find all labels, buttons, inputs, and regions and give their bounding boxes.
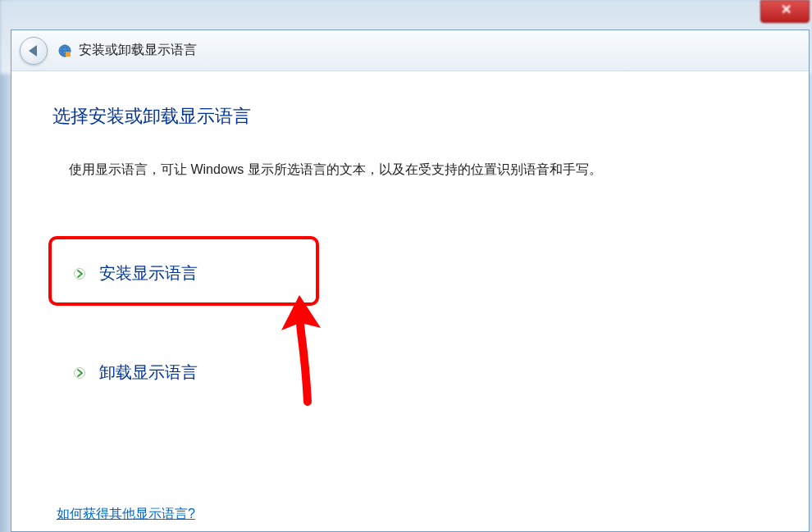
back-arrow-icon — [29, 45, 37, 57]
help-link[interactable]: 如何获得其他显示语言? — [57, 506, 195, 523]
arrow-right-icon — [73, 366, 86, 380]
page-heading: 选择安装或卸载显示语言 — [52, 104, 768, 129]
description-text: 使用显示语言，可让 Windows 显示所选语言的文本，以及在受支持的位置识别语… — [52, 161, 768, 179]
arrow-right-icon — [73, 267, 86, 280]
uninstall-language-option[interactable]: 卸载显示语言 — [52, 343, 768, 402]
svg-point-4 — [75, 268, 85, 279]
install-option-label: 安装显示语言 — [99, 262, 198, 284]
svg-point-5 — [75, 367, 85, 378]
svg-rect-3 — [66, 52, 71, 57]
close-icon: ✕ — [781, 2, 791, 17]
globe-icon — [57, 43, 72, 58]
title-bar: 安装或卸载显示语言 — [11, 30, 809, 71]
content-area: 选择安装或卸载显示语言 使用显示语言，可让 Windows 显示所选语言的文本，… — [11, 71, 809, 531]
back-button[interactable] — [20, 37, 48, 65]
window-title: 安装或卸载显示语言 — [79, 42, 197, 59]
uninstall-option-label: 卸载显示语言 — [99, 361, 198, 384]
install-language-option[interactable]: 安装显示语言 — [52, 244, 768, 302]
dialog-window: 安装或卸载显示语言 选择安装或卸载显示语言 使用显示语言，可让 Windows … — [11, 30, 810, 532]
